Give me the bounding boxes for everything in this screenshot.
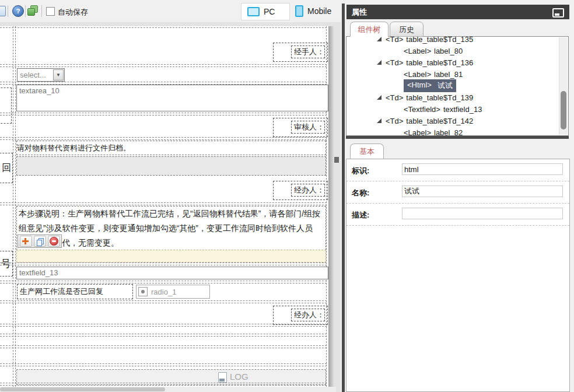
radio-icon[interactable] xyxy=(138,287,148,296)
tree-item-textfield[interactable]: <Textfield> textfield_13 xyxy=(346,103,568,115)
select-placeholder: select... xyxy=(18,71,53,79)
form-list-icon[interactable] xyxy=(0,6,6,16)
mobile-phone-icon xyxy=(295,5,303,17)
radio-label: radio_1 xyxy=(151,288,176,296)
row-separator xyxy=(0,334,327,337)
tree-bottom-bar xyxy=(346,136,569,139)
property-row-id: 标识: xyxy=(346,159,569,181)
tree-item-html-selected[interactable]: <Html> 试试 xyxy=(346,80,568,92)
form-design-page[interactable]: 回 号 经手人： select... ▼ textarea_10 审核人： 请对… xyxy=(0,26,328,387)
page-shadow xyxy=(328,26,334,387)
tree-expand-icon[interactable] xyxy=(377,60,382,65)
operator-label-cell[interactable]: 经办人： xyxy=(273,181,328,200)
row-separator xyxy=(0,27,327,28)
reviewer-label-cell[interactable]: 审核人： xyxy=(273,118,328,137)
scrollbar-thumb[interactable] xyxy=(561,91,566,130)
row-separator xyxy=(0,281,327,284)
tree-expand-icon[interactable] xyxy=(377,118,382,123)
html-line: 本步骤说明：生产网物料替代工作流已完结，见“返回物料替代结果”，请各部门/组按 xyxy=(17,206,326,221)
toolbar-separator xyxy=(25,5,26,17)
tree-scrollbar[interactable] xyxy=(559,37,568,135)
tree-item-tag: <Td> xyxy=(386,58,403,67)
id-field-input[interactable] xyxy=(402,163,563,175)
archive-instruction-cell[interactable]: 请对物料替代资料进行文件归档。 xyxy=(16,141,326,155)
property-row-description: 描述: xyxy=(346,204,569,226)
reviewer-label[interactable]: 审核人： xyxy=(291,121,325,134)
canvas-vertical-scrollbar-thumb[interactable] xyxy=(334,157,339,163)
clipped-cell[interactable] xyxy=(0,88,12,124)
row-separator xyxy=(0,383,327,386)
clipped-label-cell[interactable]: 回 xyxy=(0,153,13,183)
row-separator xyxy=(0,137,327,140)
tab-history[interactable]: 历史 xyxy=(390,22,424,37)
pc-view-button[interactable]: PC xyxy=(241,3,290,20)
tree-item-label[interactable]: <Label> label_81 xyxy=(346,68,568,80)
empty-gray-cell[interactable] xyxy=(16,156,326,176)
tab-component-tree[interactable]: 组件树 xyxy=(350,22,388,37)
tree-item-td[interactable]: <Td> table_table$Td_135 xyxy=(346,36,568,45)
radio-group[interactable]: radio_1 xyxy=(136,285,210,299)
textarea-field[interactable]: textarea_10 xyxy=(16,85,328,111)
properties-panel: 属性 组件树 历史 <Td> table_table$Td_135 <Label… xyxy=(341,0,574,392)
workflow-replied-label[interactable]: 生产网工作流是否已回复 xyxy=(17,284,133,299)
panel-title: 属性 xyxy=(352,8,367,16)
scrollbar-thumb[interactable] xyxy=(0,387,165,391)
tree-item-td[interactable]: <Td> table_table$Td_142 xyxy=(346,115,568,127)
mobile-view-button[interactable]: Mobile xyxy=(289,3,342,19)
panel-header: 属性 xyxy=(346,5,569,19)
operator-label[interactable]: 经办人： xyxy=(291,184,325,197)
toolbar-separator xyxy=(8,5,8,17)
handler-label[interactable]: 经手人： xyxy=(291,46,325,58)
description-field-label: 描述: xyxy=(352,210,369,220)
tree-expand-icon[interactable] xyxy=(377,37,382,41)
html-line: 代，无需变更。 xyxy=(17,236,326,250)
operator-label[interactable]: 经办人： xyxy=(291,309,325,321)
row-separator xyxy=(0,202,327,205)
help-icon[interactable]: ? xyxy=(12,5,24,17)
tree-item-label[interactable]: <Label> label_82 xyxy=(346,127,568,136)
row-separator xyxy=(0,64,327,67)
textfield-13[interactable]: textfield_13 xyxy=(16,267,328,279)
tree-item-name: table_table$Td_139 xyxy=(406,93,473,102)
delete-icon[interactable] xyxy=(48,236,60,247)
tree-item-tag: <Html> xyxy=(407,80,432,91)
design-canvas-area: 回 号 经手人： select... ▼ textarea_10 审核人： 请对… xyxy=(0,22,342,392)
property-row-name: 名称: xyxy=(346,181,569,204)
select-dropdown[interactable]: select... ▼ xyxy=(17,68,65,82)
tree-item-name: table_table$Td_142 xyxy=(406,117,473,125)
canvas-horizontal-scrollbar[interactable] xyxy=(0,387,336,392)
tree-item-tag: <Label> xyxy=(404,70,431,79)
tree-item-tag: <Label> xyxy=(404,47,431,55)
element-mini-toolbar xyxy=(18,235,62,248)
tree-item-name: table_table$Td_136 xyxy=(406,58,473,67)
tree-item-name: 试试 xyxy=(438,80,453,91)
chevron-down-icon[interactable]: ▼ xyxy=(53,69,64,80)
autosave-checkbox[interactable] xyxy=(46,7,55,16)
components-icon[interactable] xyxy=(27,5,38,16)
autosave-label: 自动保存 xyxy=(58,7,88,18)
tree-item-tag: <Td> xyxy=(386,93,403,102)
html-step-description[interactable]: 本步骤说明：生产网物料替代工作流已完结，见“返回物料替代结果”，请各部门/组按 … xyxy=(16,206,326,250)
row-separator xyxy=(0,300,327,303)
top-toolbar: ? 自动保存 PC Mobile xyxy=(0,0,342,23)
panel-splitter[interactable] xyxy=(342,4,345,392)
tree-item-label[interactable]: <Label> label_80 xyxy=(346,45,568,57)
selected-element-highlight[interactable] xyxy=(16,250,326,262)
pc-label: PC xyxy=(264,7,275,16)
name-field-input[interactable] xyxy=(402,186,563,197)
tree-expand-icon[interactable] xyxy=(377,95,382,100)
tab-basic[interactable]: 基本 xyxy=(350,144,384,159)
name-field-label: 名称: xyxy=(352,188,369,198)
collapse-panel-icon[interactable] xyxy=(552,8,564,18)
handler-label-cell[interactable]: 经手人： xyxy=(273,43,328,62)
move-icon[interactable] xyxy=(20,236,32,247)
description-field-input[interactable] xyxy=(402,208,563,219)
operator-label-cell[interactable]: 经办人： xyxy=(273,306,328,325)
tree-item-name: textfield_13 xyxy=(443,105,482,114)
tree-item-td[interactable]: <Td> table_table$Td_136 xyxy=(346,57,568,68)
row-separator xyxy=(0,324,327,327)
tree-item-td[interactable]: <Td> table_table$Td_139 xyxy=(346,92,568,103)
copy-icon[interactable] xyxy=(34,236,46,247)
row-separator xyxy=(0,113,327,116)
tree-item-name: label_81 xyxy=(434,70,463,79)
